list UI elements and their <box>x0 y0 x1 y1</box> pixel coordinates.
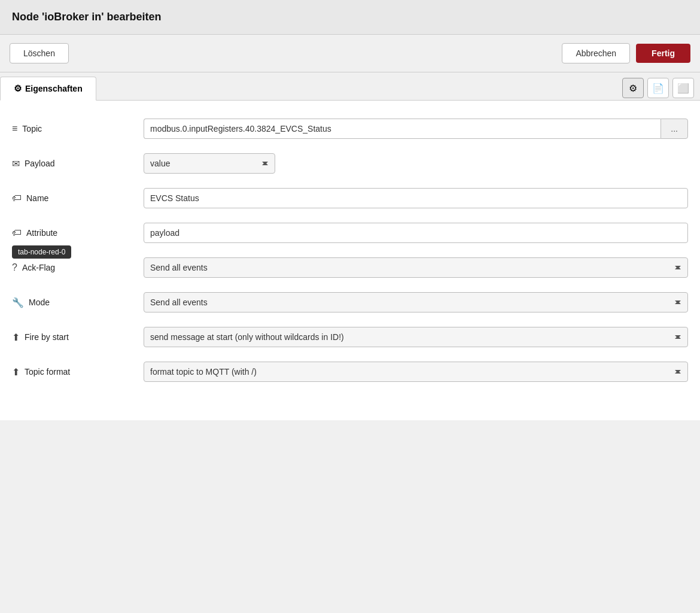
attribute-control <box>144 223 688 243</box>
ack-flag-icon: ? <box>12 262 17 273</box>
topic-format-control: format topic to MQTT (with /) keep ioBro… <box>144 362 688 382</box>
name-control <box>144 188 688 208</box>
topic-format-label: ⬆ Topic format <box>12 366 144 378</box>
tab-actions: ⚙ 📄 ⬜ <box>622 76 700 100</box>
tab-properties[interactable]: ⚙ Eigenschaften <box>0 77 96 101</box>
gear-icon: ⚙ <box>14 83 22 94</box>
settings-icon: ⚙ <box>629 83 637 94</box>
topic-format-select[interactable]: format topic to MQTT (with /) keep ioBro… <box>144 362 688 382</box>
attribute-input[interactable] <box>144 223 688 243</box>
topic-label-text: Topic <box>22 124 42 133</box>
name-row: 🏷 Name <box>12 188 688 208</box>
ack-flag-label: ? Ack-Flag <box>12 262 144 273</box>
attribute-label-text: Attribute <box>26 228 57 238</box>
name-label-text: Name <box>26 193 48 203</box>
title-bar: Node 'ioBroker in' bearbeiten <box>0 0 700 35</box>
payload-label-text: Payload <box>25 159 55 168</box>
mode-select[interactable]: Send all events Only changes <box>144 292 688 312</box>
page-container: Node 'ioBroker in' bearbeiten Löschen Ab… <box>0 0 700 420</box>
payload-select[interactable]: value state timestamp lc from ack q <box>144 153 275 174</box>
name-icon: 🏷 <box>12 193 22 204</box>
ack-flag-label-text: Ack-Flag <box>22 263 55 272</box>
fire-by-start-label-text: Fire by start <box>25 332 69 342</box>
mode-label-text: Mode <box>29 298 50 307</box>
cancel-button[interactable]: Abbrechen <box>562 43 630 63</box>
done-button[interactable]: Fertig <box>636 44 690 63</box>
topic-input-group: ... <box>144 119 688 139</box>
name-label: 🏷 Name <box>12 193 144 204</box>
payload-label: ✉ Payload <box>12 158 144 169</box>
topic-browse-button[interactable]: ... <box>661 119 688 139</box>
tab-action-layout-button[interactable]: ⬜ <box>672 78 694 98</box>
attribute-icon: 🏷 <box>12 227 22 238</box>
fire-by-start-icon: ⬆ <box>12 332 20 343</box>
fire-by-start-label: ⬆ Fire by start <box>12 332 144 343</box>
delete-button[interactable]: Löschen <box>10 43 69 63</box>
topic-format-label-text: Topic format <box>25 367 70 377</box>
attribute-row: 🏷 Attribute tab-node-red-0 <box>12 223 688 243</box>
attribute-label: 🏷 Attribute <box>12 227 144 238</box>
topic-format-row: ⬆ Topic format format topic to MQTT (wit… <box>12 362 688 382</box>
tab-properties-label: Eigenschaften <box>25 84 83 93</box>
mode-label: 🔧 Mode <box>12 297 144 308</box>
payload-icon: ✉ <box>12 158 20 169</box>
fire-by-start-row: ⬆ Fire by start send message at start (o… <box>12 327 688 347</box>
tooltip: tab-node-red-0 <box>12 245 71 259</box>
payload-row: ✉ Payload value state timestamp lc from … <box>12 153 688 174</box>
mode-icon: 🔧 <box>12 297 24 308</box>
topic-format-icon: ⬆ <box>12 366 20 378</box>
tab-action-settings-button[interactable]: ⚙ <box>622 78 644 98</box>
main-content: ≡ Topic ... ✉ Payload value state timest… <box>0 101 700 420</box>
ack-flag-row: ? Ack-Flag Send all events Only changes … <box>12 257 688 278</box>
topic-icon: ≡ <box>12 123 17 134</box>
tab-action-description-button[interactable]: 📄 <box>647 78 669 98</box>
mode-row: 🔧 Mode Send all events Only changes <box>12 292 688 312</box>
topic-input[interactable] <box>144 119 661 139</box>
topic-label: ≡ Topic <box>12 123 144 134</box>
fire-by-start-control: send message at start (only without wild… <box>144 327 688 347</box>
mode-control: Send all events Only changes <box>144 292 688 312</box>
tab-bar: ⚙ Eigenschaften ⚙ 📄 ⬜ <box>0 72 700 101</box>
topic-row: ≡ Topic ... <box>12 119 688 139</box>
page-title: Node 'ioBroker in' bearbeiten <box>12 11 688 23</box>
fire-by-start-select[interactable]: send message at start (only without wild… <box>144 327 688 347</box>
payload-control: value state timestamp lc from ack q <box>144 153 688 174</box>
toolbar: Löschen Abbrechen Fertig <box>0 35 700 72</box>
ack-flag-control: Send all events Only changes Only ack On… <box>144 257 688 278</box>
description-icon: 📄 <box>652 83 664 94</box>
layout-icon: ⬜ <box>677 83 689 94</box>
name-input[interactable] <box>144 188 688 208</box>
ack-flag-select[interactable]: Send all events Only changes Only ack On… <box>144 257 688 278</box>
